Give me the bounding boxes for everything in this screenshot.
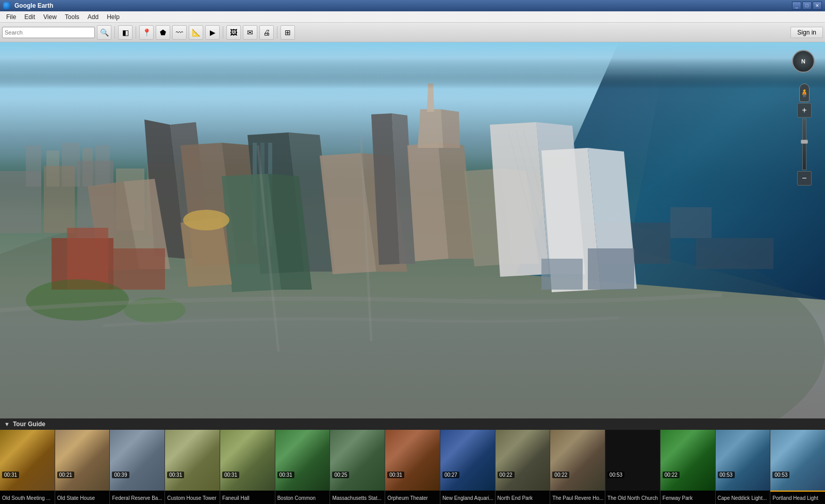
tour-thumb-orpheum: 00:31	[385, 430, 440, 491]
tour-label-old-state: Old State House	[55, 491, 110, 504]
app-icon	[3, 2, 10, 9]
email-button[interactable]: ✉	[243, 25, 257, 40]
tour-time-old-south: 00:31	[2, 472, 19, 478]
toolbar-separator-4	[277, 26, 277, 39]
tour-label-custom-house: Custom House Tower	[165, 491, 220, 504]
tour-guide: ▼ Tour Guide 00:31Old South Meeting ...0…	[0, 418, 825, 504]
tour-time-federal-reserve: 00:39	[112, 472, 129, 478]
measure-button[interactable]: 📐	[189, 25, 203, 40]
pegman-icon[interactable]: 🧍	[799, 83, 810, 102]
photo-button[interactable]: 🖼	[226, 25, 241, 40]
tour-thumb-mass-state: 00:25	[330, 430, 385, 491]
map-area[interactable]: N 🧍 + −	[0, 42, 825, 418]
tour-item-portland[interactable]: 00:53Portland Head Light	[770, 430, 825, 504]
tour-time-portland: 00:53	[772, 472, 789, 478]
tour-thumb-aquarium: 00:27	[440, 430, 495, 491]
tour-item-old-south[interactable]: 00:31Old South Meeting ...	[0, 430, 55, 504]
tour-thumb-old-north: 00:53	[605, 430, 660, 491]
tour-label-federal-reserve: Federal Reserve Ba...	[110, 491, 164, 504]
tour-item-old-state[interactable]: 00:21Old State House	[55, 430, 110, 504]
tour-label-old-north: The Old North Church	[605, 491, 660, 504]
tour-item-paul-revere[interactable]: 00:22The Paul Revere Ho...	[550, 430, 605, 504]
tour-time-cape-neddick: 00:53	[718, 472, 735, 478]
search-input[interactable]	[2, 27, 95, 38]
menu-edit[interactable]: Edit	[20, 12, 39, 22]
tour-thumb-cape-neddick: 00:53	[716, 430, 770, 491]
tour-time-fenway: 00:22	[663, 472, 680, 478]
tour-time-paul-revere: 00:22	[552, 472, 569, 478]
window-controls: _ □ ✕	[792, 2, 822, 10]
tour-label-paul-revere: The Paul Revere Ho...	[550, 491, 605, 504]
compass-label: N	[801, 58, 805, 64]
menu-file[interactable]: File	[2, 12, 20, 22]
tour-time-aquarium: 00:27	[442, 472, 459, 478]
tour-time-old-north: 00:53	[607, 472, 624, 478]
tour-label-faneuil: Faneuil Hall	[220, 491, 275, 504]
close-button[interactable]: ✕	[813, 2, 822, 10]
zoom-in-button[interactable]: +	[797, 103, 812, 117]
zoom-thumb[interactable]	[801, 140, 808, 144]
app-title: Google Earth	[14, 2, 53, 9]
polygon-button[interactable]: ⬟	[156, 25, 170, 40]
tour-label-orpheum: Orpheum Theater	[385, 491, 440, 504]
tour-item-boston-common[interactable]: 00:31Boston Common	[275, 430, 331, 504]
hide-sidebar-button[interactable]: ◧	[118, 25, 133, 40]
toolbar-separator-2	[136, 26, 136, 39]
tour-thumb-federal-reserve: 00:39	[110, 430, 164, 491]
tour-thumb-old-state: 00:21	[55, 430, 110, 491]
tour-label-cape-neddick: Cape Neddick Light...	[716, 491, 770, 504]
search-button[interactable]: 🔍	[97, 25, 111, 40]
tour-item-aquarium[interactable]: 00:27New England Aquari...	[440, 430, 496, 504]
tour-item-custom-house[interactable]: 00:31Custom House Tower	[165, 430, 220, 504]
toolbar-separator-3	[223, 26, 223, 39]
tour-guide-label: Tour Guide	[13, 421, 45, 428]
title-bar: Google Earth _ □ ✕	[0, 0, 825, 11]
tour-label-north-end: North End Park	[496, 491, 550, 504]
maximize-button[interactable]: □	[802, 2, 812, 10]
layers-button[interactable]: ⊞	[280, 25, 295, 40]
tour-time-north-end: 00:22	[498, 472, 515, 478]
tour-guide-header: ▼ Tour Guide	[0, 418, 825, 430]
tour-item-federal-reserve[interactable]: 00:39Federal Reserve Ba...	[110, 430, 165, 504]
tour-label-aquarium: New England Aquari...	[440, 491, 495, 504]
tour-thumb-boston-common: 00:31	[275, 430, 330, 491]
tour-guide-toggle[interactable]: ▼	[4, 421, 10, 427]
zoom-slider[interactable]	[802, 119, 806, 170]
zoom-controls: 🧍 + −	[797, 83, 812, 186]
tour-item-cape-neddick[interactable]: 00:53Cape Neddick Light...	[716, 430, 771, 504]
compass-display[interactable]: N	[792, 50, 815, 73]
tour-item-north-end[interactable]: 00:22North End Park	[496, 430, 551, 504]
sign-in-button[interactable]: Sign in	[790, 27, 823, 38]
tour-item-faneuil[interactable]: 00:31Faneuil Hall	[220, 430, 275, 504]
tour-thumb-custom-house: 00:31	[165, 430, 220, 491]
tour-item-fenway[interactable]: 00:22Fenway Park	[661, 430, 716, 504]
compass[interactable]: N	[792, 50, 815, 73]
tour-thumb-old-south: 00:31	[0, 430, 55, 491]
placemark-button[interactable]: 📍	[139, 25, 154, 40]
tour-time-faneuil: 00:31	[222, 472, 239, 478]
menu-bar: File Edit View Tools Add Help	[0, 11, 825, 23]
tour-thumb-portland: 00:53	[770, 430, 825, 491]
tour-time-boston-common: 00:31	[277, 472, 294, 478]
tour-label-fenway: Fenway Park	[661, 491, 715, 504]
path-button[interactable]: 〰	[172, 25, 187, 40]
zoom-out-button[interactable]: −	[797, 171, 812, 186]
toolbar: 🔍 ◧ 📍 ⬟ 〰 📐 ▶ 🖼 ✉ 🖨 ⊞ Sign in	[0, 23, 825, 42]
toolbar-separator-1	[114, 26, 115, 39]
tour-item-old-north[interactable]: 00:53The Old North Church	[605, 430, 661, 504]
menu-tools[interactable]: Tools	[61, 12, 84, 22]
tour-label-portland: Portland Head Light	[770, 491, 825, 504]
minimize-button[interactable]: _	[792, 2, 801, 10]
tour-thumb-north-end: 00:22	[496, 430, 550, 491]
tour-item-mass-state[interactable]: 00:25Massachusetts Stat...	[330, 430, 385, 504]
tour-item-orpheum[interactable]: 00:31Orpheum Theater	[385, 430, 440, 504]
menu-help[interactable]: Help	[103, 12, 124, 22]
tour-thumb-fenway: 00:22	[661, 430, 715, 491]
map-canvas[interactable]: N 🧍 + −	[0, 42, 825, 418]
tour-button[interactable]: ▶	[205, 25, 220, 40]
print-button[interactable]: 🖨	[259, 25, 274, 40]
tour-thumb-paul-revere: 00:22	[550, 430, 605, 491]
menu-view[interactable]: View	[39, 12, 61, 22]
tour-label-old-south: Old South Meeting ...	[0, 491, 55, 504]
menu-add[interactable]: Add	[84, 12, 103, 22]
